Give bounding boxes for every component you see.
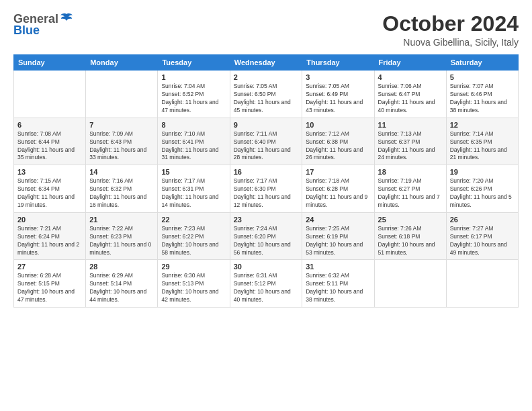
calendar-day-cell: 24Sunrise: 7:25 AM Sunset: 6:19 PM Dayli… bbox=[302, 212, 374, 260]
day-number: 30 bbox=[234, 263, 299, 271]
calendar-day-cell: 21Sunrise: 7:22 AM Sunset: 6:23 PM Dayli… bbox=[86, 212, 158, 260]
calendar-week-row: 20Sunrise: 7:21 AM Sunset: 6:24 PM Dayli… bbox=[14, 212, 519, 260]
calendar-day-cell: 19Sunrise: 7:20 AM Sunset: 6:26 PM Dayli… bbox=[446, 165, 518, 213]
calendar-day-header: Tuesday bbox=[158, 55, 230, 71]
day-detail: Sunrise: 7:26 AM Sunset: 6:18 PM Dayligh… bbox=[378, 225, 443, 257]
day-number: 31 bbox=[306, 263, 370, 271]
day-number: 26 bbox=[450, 216, 515, 224]
day-number: 17 bbox=[306, 168, 370, 176]
calendar-day-cell: 10Sunrise: 7:12 AM Sunset: 6:38 PM Dayli… bbox=[302, 118, 374, 165]
day-number: 22 bbox=[161, 216, 226, 224]
day-number: 28 bbox=[89, 263, 154, 271]
calendar-week-row: 27Sunrise: 6:28 AM Sunset: 5:15 PM Dayli… bbox=[14, 260, 519, 308]
calendar-day-cell bbox=[86, 71, 158, 118]
day-detail: Sunrise: 7:18 AM Sunset: 6:28 PM Dayligh… bbox=[306, 177, 370, 210]
day-detail: Sunrise: 6:29 AM Sunset: 5:14 PM Dayligh… bbox=[89, 272, 154, 304]
day-detail: Sunrise: 7:14 AM Sunset: 6:35 PM Dayligh… bbox=[450, 130, 515, 163]
day-number: 6 bbox=[17, 121, 82, 129]
day-detail: Sunrise: 7:24 AM Sunset: 6:20 PM Dayligh… bbox=[234, 225, 299, 257]
calendar-day-cell: 31Sunrise: 6:32 AM Sunset: 5:11 PM Dayli… bbox=[302, 260, 374, 308]
calendar-day-cell: 28Sunrise: 6:29 AM Sunset: 5:14 PM Dayli… bbox=[86, 260, 158, 308]
calendar-day-header: Sunday bbox=[14, 55, 86, 71]
page: General Blue October 2024 Nuova Gibellin… bbox=[0, 0, 532, 411]
day-detail: Sunrise: 7:07 AM Sunset: 6:46 PM Dayligh… bbox=[450, 83, 515, 115]
calendar-day-cell: 14Sunrise: 7:16 AM Sunset: 6:32 PM Dayli… bbox=[86, 165, 158, 213]
day-detail: Sunrise: 6:32 AM Sunset: 5:11 PM Dayligh… bbox=[306, 272, 370, 304]
title-section: October 2024 Nuova Gibellina, Sicily, It… bbox=[382, 12, 519, 48]
day-detail: Sunrise: 7:27 AM Sunset: 6:17 PM Dayligh… bbox=[450, 225, 515, 257]
calendar-day-cell: 8Sunrise: 7:10 AM Sunset: 6:41 PM Daylig… bbox=[158, 118, 230, 165]
day-detail: Sunrise: 7:12 AM Sunset: 6:38 PM Dayligh… bbox=[306, 130, 370, 163]
day-detail: Sunrise: 6:30 AM Sunset: 5:13 PM Dayligh… bbox=[161, 272, 226, 304]
day-detail: Sunrise: 7:20 AM Sunset: 6:26 PM Dayligh… bbox=[450, 177, 515, 210]
day-detail: Sunrise: 7:15 AM Sunset: 6:34 PM Dayligh… bbox=[17, 177, 82, 210]
day-number: 25 bbox=[378, 216, 443, 224]
calendar-day-header: Thursday bbox=[302, 55, 374, 71]
day-number: 9 bbox=[234, 121, 299, 129]
calendar-day-cell: 26Sunrise: 7:27 AM Sunset: 6:17 PM Dayli… bbox=[446, 212, 518, 260]
calendar-day-cell: 9Sunrise: 7:11 AM Sunset: 6:40 PM Daylig… bbox=[230, 118, 302, 165]
day-number: 5 bbox=[450, 73, 515, 81]
calendar-day-cell: 20Sunrise: 7:21 AM Sunset: 6:24 PM Dayli… bbox=[14, 212, 86, 260]
day-detail: Sunrise: 7:08 AM Sunset: 6:44 PM Dayligh… bbox=[17, 130, 82, 163]
day-number: 24 bbox=[306, 216, 370, 224]
day-detail: Sunrise: 7:11 AM Sunset: 6:40 PM Dayligh… bbox=[234, 130, 299, 163]
day-detail: Sunrise: 6:28 AM Sunset: 5:15 PM Dayligh… bbox=[17, 272, 82, 304]
day-detail: Sunrise: 7:22 AM Sunset: 6:23 PM Dayligh… bbox=[89, 225, 154, 257]
calendar-day-cell: 11Sunrise: 7:13 AM Sunset: 6:37 PM Dayli… bbox=[374, 118, 446, 165]
day-number: 14 bbox=[89, 168, 154, 176]
day-number: 13 bbox=[17, 168, 82, 176]
calendar: SundayMondayTuesdayWednesdayThursdayFrid… bbox=[13, 54, 519, 308]
location: Nuova Gibellina, Sicily, Italy bbox=[382, 37, 519, 48]
calendar-week-row: 6Sunrise: 7:08 AM Sunset: 6:44 PM Daylig… bbox=[14, 118, 519, 165]
calendar-day-cell: 6Sunrise: 7:08 AM Sunset: 6:44 PM Daylig… bbox=[14, 118, 86, 165]
day-number: 27 bbox=[17, 263, 82, 271]
day-detail: Sunrise: 7:06 AM Sunset: 6:47 PM Dayligh… bbox=[378, 83, 443, 115]
day-detail: Sunrise: 7:05 AM Sunset: 6:50 PM Dayligh… bbox=[234, 83, 299, 115]
calendar-day-cell: 17Sunrise: 7:18 AM Sunset: 6:28 PM Dayli… bbox=[302, 165, 374, 213]
logo-blue: Blue bbox=[13, 24, 40, 38]
day-detail: Sunrise: 7:23 AM Sunset: 6:22 PM Dayligh… bbox=[161, 225, 226, 257]
calendar-day-header: Wednesday bbox=[230, 55, 302, 71]
day-detail: Sunrise: 7:04 AM Sunset: 6:52 PM Dayligh… bbox=[161, 83, 226, 115]
day-number: 15 bbox=[161, 168, 226, 176]
calendar-day-cell: 7Sunrise: 7:09 AM Sunset: 6:43 PM Daylig… bbox=[86, 118, 158, 165]
calendar-day-cell: 12Sunrise: 7:14 AM Sunset: 6:35 PM Dayli… bbox=[446, 118, 518, 165]
day-number: 3 bbox=[306, 73, 370, 81]
day-detail: Sunrise: 7:17 AM Sunset: 6:30 PM Dayligh… bbox=[234, 177, 299, 210]
day-detail: Sunrise: 7:05 AM Sunset: 6:49 PM Dayligh… bbox=[306, 83, 370, 115]
calendar-day-cell: 4Sunrise: 7:06 AM Sunset: 6:47 PM Daylig… bbox=[374, 71, 446, 118]
day-number: 19 bbox=[450, 168, 515, 176]
calendar-day-cell bbox=[374, 260, 446, 308]
calendar-week-row: 1Sunrise: 7:04 AM Sunset: 6:52 PM Daylig… bbox=[14, 71, 519, 118]
calendar-day-cell: 3Sunrise: 7:05 AM Sunset: 6:49 PM Daylig… bbox=[302, 71, 374, 118]
calendar-week-row: 13Sunrise: 7:15 AM Sunset: 6:34 PM Dayli… bbox=[14, 165, 519, 213]
day-detail: Sunrise: 7:19 AM Sunset: 6:27 PM Dayligh… bbox=[378, 177, 443, 210]
day-number: 21 bbox=[89, 216, 154, 224]
day-number: 23 bbox=[234, 216, 299, 224]
calendar-header-row: SundayMondayTuesdayWednesdayThursdayFrid… bbox=[14, 55, 519, 71]
calendar-day-cell: 13Sunrise: 7:15 AM Sunset: 6:34 PM Dayli… bbox=[14, 165, 86, 213]
day-detail: Sunrise: 7:09 AM Sunset: 6:43 PM Dayligh… bbox=[89, 130, 154, 163]
day-number: 10 bbox=[306, 121, 370, 129]
day-number: 29 bbox=[161, 263, 226, 271]
calendar-day-cell: 16Sunrise: 7:17 AM Sunset: 6:30 PM Dayli… bbox=[230, 165, 302, 213]
day-detail: Sunrise: 7:25 AM Sunset: 6:19 PM Dayligh… bbox=[306, 225, 370, 257]
calendar-day-cell: 30Sunrise: 6:31 AM Sunset: 5:12 PM Dayli… bbox=[230, 260, 302, 308]
day-detail: Sunrise: 7:13 AM Sunset: 6:37 PM Dayligh… bbox=[378, 130, 443, 163]
day-number: 4 bbox=[378, 73, 443, 81]
logo-bird-icon bbox=[60, 13, 73, 24]
month-title: October 2024 bbox=[382, 12, 519, 36]
day-number: 12 bbox=[450, 121, 515, 129]
day-detail: Sunrise: 7:21 AM Sunset: 6:24 PM Dayligh… bbox=[17, 225, 82, 257]
day-number: 20 bbox=[17, 216, 82, 224]
calendar-day-header: Friday bbox=[374, 55, 446, 71]
day-detail: Sunrise: 7:16 AM Sunset: 6:32 PM Dayligh… bbox=[89, 177, 154, 210]
calendar-day-cell: 27Sunrise: 6:28 AM Sunset: 5:15 PM Dayli… bbox=[14, 260, 86, 308]
day-detail: Sunrise: 6:31 AM Sunset: 5:12 PM Dayligh… bbox=[234, 272, 299, 304]
day-number: 18 bbox=[378, 168, 443, 176]
calendar-day-cell: 2Sunrise: 7:05 AM Sunset: 6:50 PM Daylig… bbox=[230, 71, 302, 118]
calendar-day-cell: 25Sunrise: 7:26 AM Sunset: 6:18 PM Dayli… bbox=[374, 212, 446, 260]
day-number: 16 bbox=[234, 168, 299, 176]
day-detail: Sunrise: 7:17 AM Sunset: 6:31 PM Dayligh… bbox=[161, 177, 226, 210]
